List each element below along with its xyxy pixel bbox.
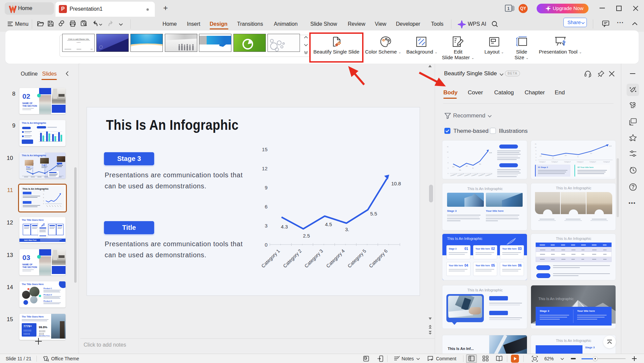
svg-text:12: 12 bbox=[535, 147, 537, 148]
svg-text:12: 12 bbox=[262, 166, 267, 171]
svg-text:10.8: 10.8 bbox=[609, 145, 612, 147]
svg-text:3: 3 bbox=[536, 157, 537, 158]
svg-text:1: 1 bbox=[507, 6, 510, 11]
svg-text:0: 0 bbox=[536, 159, 537, 161]
svg-text:3.: 3. bbox=[577, 156, 578, 158]
svg-text:4.3: 4.3 bbox=[540, 155, 542, 157]
svg-text:15: 15 bbox=[262, 147, 267, 152]
svg-text:15: 15 bbox=[447, 146, 449, 148]
svg-text:Category 2: Category 2 bbox=[551, 161, 558, 163]
svg-text:Category 1: Category 1 bbox=[260, 248, 281, 269]
svg-text:Category 3: Category 3 bbox=[564, 161, 571, 163]
svg-text:Category 4: Category 4 bbox=[577, 161, 583, 163]
svg-text:4.5: 4.5 bbox=[466, 165, 468, 167]
svg-text:4.3: 4.3 bbox=[281, 224, 288, 230]
svg-text:9: 9 bbox=[43, 193, 44, 195]
svg-text:0: 0 bbox=[43, 203, 44, 204]
svg-text:3.: 3. bbox=[345, 226, 349, 232]
svg-text:10.8: 10.8 bbox=[489, 152, 492, 154]
svg-text:5.5: 5.5 bbox=[479, 163, 481, 165]
svg-text:2.5: 2.5 bbox=[459, 169, 461, 171]
svg-text:Category 4: Category 4 bbox=[325, 248, 346, 269]
svg-text:9: 9 bbox=[536, 150, 537, 152]
svg-text:6: 6 bbox=[536, 153, 537, 155]
svg-text:15: 15 bbox=[535, 143, 537, 145]
svg-text:10.8: 10.8 bbox=[391, 181, 401, 186]
svg-text:0: 0 bbox=[265, 242, 267, 248]
svg-text:3: 3 bbox=[448, 167, 449, 169]
svg-text:Category 5: Category 5 bbox=[589, 161, 596, 163]
svg-text:4.3: 4.3 bbox=[452, 166, 454, 168]
svg-text:2.5: 2.5 bbox=[552, 157, 554, 159]
svg-text:Category 5: Category 5 bbox=[347, 248, 367, 269]
svg-text:5.5: 5.5 bbox=[590, 153, 592, 154]
svg-text:3: 3 bbox=[43, 200, 44, 202]
svg-text:4.5: 4.5 bbox=[325, 221, 332, 227]
svg-text:2.5: 2.5 bbox=[303, 233, 310, 239]
svg-text:6: 6 bbox=[265, 204, 267, 209]
svg-text:3.: 3. bbox=[472, 167, 473, 169]
svg-text:5.5: 5.5 bbox=[370, 211, 377, 216]
svg-text:3: 3 bbox=[265, 223, 267, 229]
svg-text:6: 6 bbox=[43, 197, 44, 198]
svg-text:9: 9 bbox=[448, 157, 449, 158]
svg-text:4.5: 4.5 bbox=[565, 155, 567, 156]
svg-text:15: 15 bbox=[43, 190, 45, 192]
svg-text:Category 1: Category 1 bbox=[539, 161, 546, 163]
svg-text:Category 3: Category 3 bbox=[304, 248, 324, 269]
svg-text:6: 6 bbox=[448, 162, 449, 164]
svg-text:Category 6: Category 6 bbox=[368, 248, 389, 269]
svg-text:Category 2: Category 2 bbox=[282, 248, 303, 269]
svg-text:Category 6: Category 6 bbox=[603, 161, 610, 163]
svg-text:12: 12 bbox=[447, 151, 449, 153]
svg-text:0: 0 bbox=[448, 173, 449, 174]
svg-text:9: 9 bbox=[265, 185, 267, 190]
